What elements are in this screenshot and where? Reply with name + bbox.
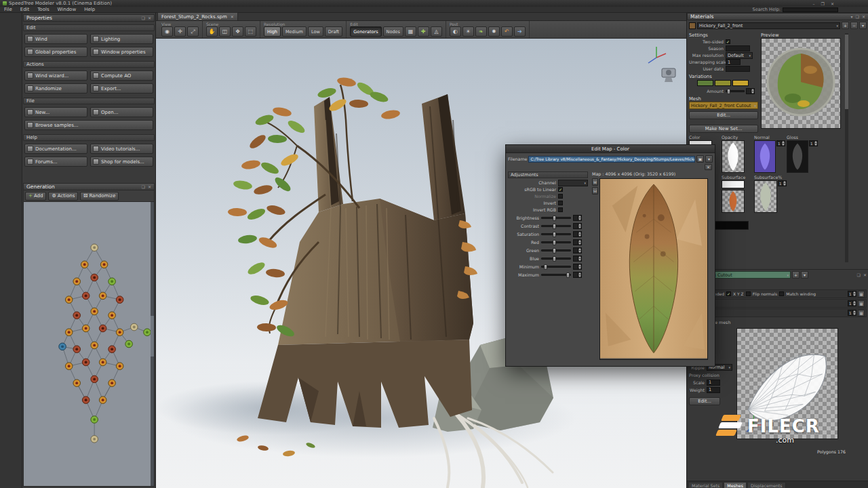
forums-button[interactable]: Forums...	[24, 157, 87, 167]
file-section-header[interactable]: File	[23, 98, 155, 104]
lighting-button[interactable]: Lighting	[90, 34, 153, 44]
float-panel-icon[interactable]: ❏	[857, 272, 861, 277]
variation-swatch-olive[interactable]	[715, 80, 731, 86]
lighting-toggle-button[interactable]: ☀	[462, 26, 474, 37]
subsurface-color-swatch[interactable]	[722, 180, 745, 188]
normal-map-spinner[interactable]: 1	[776, 140, 785, 146]
subsurface-pct-map-swatch[interactable]	[754, 180, 777, 213]
contrast-spinner[interactable]	[573, 223, 582, 229]
max-resolution-select[interactable]: Default▾	[726, 52, 753, 59]
minimize-icon[interactable]: –	[813, 1, 815, 6]
close-panel-icon[interactable]: ✕	[863, 272, 867, 277]
wind-wizard-button[interactable]: Wind wizard...	[24, 70, 87, 81]
channel-select[interactable]: ▾	[558, 180, 588, 186]
menu-tools[interactable]: Tools	[33, 7, 53, 12]
minimum-spinner[interactable]	[573, 264, 582, 270]
edit-map-dialog[interactable]: Edit Map - Color Filename C:/Tree Librar…	[505, 144, 715, 367]
maximum-slider[interactable]	[541, 274, 571, 276]
subsurface-pct-spinner[interactable]: 1	[778, 180, 787, 186]
grid-icon[interactable]: ▦	[858, 291, 865, 298]
variation-swatch-green[interactable]	[697, 80, 713, 86]
mesh-row-spinner[interactable]: 1	[848, 291, 856, 297]
green-spinner[interactable]	[573, 247, 582, 253]
mesh-options-row[interactable]: ☰ Right-handed ✓ X Y Z Flip normals Matc…	[689, 289, 867, 298]
remove-material-button[interactable]: −	[850, 22, 858, 29]
opacity-map-swatch[interactable]	[722, 140, 745, 173]
material-select[interactable]: Hickory_Fall_2_front ▾	[697, 22, 840, 29]
file-menu-button[interactable]: ▾	[705, 155, 713, 163]
foliage-toggle-button[interactable]: ❧	[475, 26, 487, 37]
document-tab[interactable]: Forest_Stump_2_Rocks.spm ✕	[157, 12, 238, 20]
generators-button[interactable]: Generators	[350, 26, 381, 37]
add-generator-button[interactable]: +Add	[25, 192, 46, 201]
set-menu-button[interactable]: ▾	[801, 271, 808, 279]
generation-scrollbar[interactable]	[151, 202, 154, 486]
amount-spinner[interactable]	[746, 88, 755, 94]
mesh-row-spinner[interactable]: 1	[848, 310, 856, 316]
flip-normals-checkbox[interactable]	[746, 291, 751, 296]
invert-rgb-checkbox[interactable]	[558, 207, 563, 212]
close-icon[interactable]: ✕	[831, 1, 834, 6]
edit-set-button[interactable]: Edit...	[689, 397, 720, 405]
tab-displacements[interactable]: Displacements	[747, 482, 786, 488]
filename-field[interactable]: C:/Tree Library v8/Miscellaneous_&_Fanta…	[528, 156, 695, 163]
clear-map-button[interactable]: ✕	[705, 164, 712, 170]
close-panel-icon[interactable]: ✕	[862, 14, 865, 19]
nodes-button[interactable]: Nodes	[383, 26, 403, 37]
map-texture-preview[interactable]	[599, 178, 708, 360]
menu-window[interactable]: Window	[54, 7, 81, 12]
select-tool-button[interactable]: ✋	[206, 26, 218, 37]
mesh-list-row[interactable]: 1 ▦	[689, 299, 867, 308]
resolution-high-button[interactable]: High	[264, 26, 281, 37]
generation-node-graph[interactable]	[23, 202, 155, 487]
float-panel-icon[interactable]: ❏	[856, 14, 859, 19]
edit-mesh-button[interactable]: Edit...	[689, 111, 758, 119]
shop-models-button[interactable]: Shop for models...	[90, 157, 153, 167]
add-set-button[interactable]: +	[792, 271, 800, 279]
global-properties-button[interactable]: Global properties	[24, 47, 87, 57]
normal-map-swatch[interactable]	[754, 140, 776, 173]
zoom-in-icon[interactable]: ⊞	[592, 178, 598, 186]
tab-material-sets[interactable]: Material Sets	[688, 482, 723, 488]
browse-file-button[interactable]: ▣	[696, 155, 704, 163]
dialog-titlebar[interactable]: Edit Map - Color	[506, 145, 715, 153]
maximum-spinner[interactable]	[573, 272, 582, 278]
match-winding-checkbox[interactable]	[779, 291, 784, 296]
edit-section-header[interactable]: Edit	[23, 24, 155, 31]
grid-icon[interactable]: ▦	[858, 300, 865, 307]
browse-samples-button[interactable]: Browse samples...	[24, 120, 153, 130]
float-panel-icon[interactable]: ❏	[142, 184, 145, 189]
season-input[interactable]	[726, 45, 750, 52]
gloss-map-spinner[interactable]: 1	[809, 140, 818, 146]
gloss-map-swatch[interactable]	[787, 140, 808, 173]
pan-button[interactable]: ✛	[174, 26, 186, 37]
float-panel-icon[interactable]: ❏	[142, 16, 145, 20]
export-button[interactable]: Export...	[90, 83, 153, 94]
menu-help[interactable]: Help	[80, 7, 99, 12]
blue-slider[interactable]	[541, 258, 571, 260]
randomize-button[interactable]: Randomize	[24, 83, 87, 94]
search-help-input[interactable]	[783, 7, 838, 12]
bounds-button[interactable]: ⬚	[245, 26, 256, 37]
generation-actions-button[interactable]: ⚙Actions	[48, 192, 78, 201]
material-preview[interactable]	[761, 38, 841, 129]
new-button[interactable]: New...	[24, 107, 87, 117]
saturation-spinner[interactable]	[573, 231, 582, 237]
scale-input[interactable]: 1	[707, 380, 720, 386]
help-section-header[interactable]: Help	[23, 134, 155, 141]
edit-grid-button[interactable]: ▦	[405, 26, 416, 37]
mesh-row-spinner[interactable]: 1	[848, 300, 856, 306]
saturation-slider[interactable]	[541, 233, 571, 235]
invert-checkbox[interactable]	[558, 201, 563, 205]
documentation-button[interactable]: Documentation...	[24, 144, 87, 154]
brightness-spinner[interactable]	[573, 215, 582, 221]
fit-view-button[interactable]: ⤢	[187, 26, 199, 37]
contrast-slider[interactable]	[541, 225, 571, 227]
user-data-input[interactable]	[726, 66, 750, 72]
camera-mode-button[interactable]: ◉	[161, 26, 173, 37]
variation-swatch-yellow[interactable]	[732, 80, 749, 86]
open-button[interactable]: Open...	[90, 107, 153, 117]
window-properties-button[interactable]: Window properties	[90, 47, 153, 57]
unwrapping-scale-input[interactable]: 1	[726, 59, 741, 65]
weight-input[interactable]: 1	[707, 387, 720, 393]
